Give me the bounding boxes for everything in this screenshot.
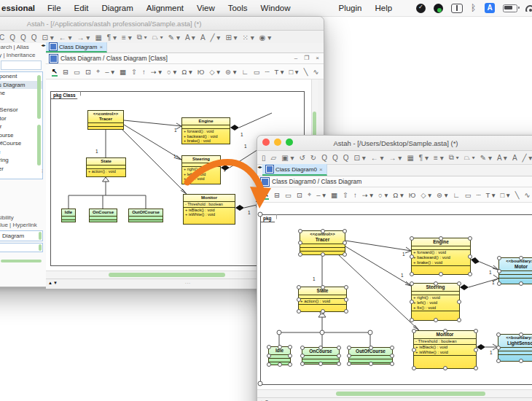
subsystem-tool-icon[interactable]: ⊡	[85, 68, 91, 76]
selection-handle[interactable]	[267, 362, 271, 367]
map-view-icon[interactable]: ▦	[407, 154, 413, 162]
selection-handle[interactable]	[318, 362, 323, 366]
front-diagram-canvas[interactable]: pkg	[257, 203, 532, 389]
pin-tool-icon[interactable]: ⌖	[96, 67, 100, 76]
time-machine-icon[interactable]	[416, 4, 426, 13]
tree-item-oncourse[interactable]: OnCourse	[0, 131, 42, 140]
pin-tool-icon[interactable]: ⌖	[308, 190, 311, 199]
selection-handle[interactable]	[412, 329, 416, 333]
new-file-icon[interactable]: ▯	[262, 154, 266, 162]
tab-class-diagram0[interactable]: Class Diagram0 ×	[262, 164, 327, 176]
align-icon[interactable]: ≡ ▾	[434, 154, 444, 162]
class-box-monitor[interactable]: Monitor - Threshold : boolean + isBlack(…	[183, 194, 235, 225]
selection-handle[interactable]	[443, 366, 447, 370]
wifi-icon[interactable]	[525, 5, 532, 12]
generalization-tool-icon[interactable]: ⇧	[343, 191, 348, 199]
selection-handle[interactable]	[343, 229, 347, 233]
color-set-icon[interactable]: ⏢ ▾	[152, 33, 163, 42]
required-interface-tool-icon[interactable]: Ю	[197, 68, 205, 76]
zoom-reset-icon[interactable]: Q	[332, 154, 338, 162]
selection-handle[interactable]	[300, 362, 305, 366]
freehand-tool-icon[interactable]: ∿	[313, 68, 318, 76]
redo-icon[interactable]: C	[0, 34, 4, 42]
selection-handle[interactable]	[321, 252, 325, 257]
selection-handle[interactable]	[343, 252, 347, 257]
menu-alignment[interactable]: Alignment	[146, 4, 184, 12]
selection-handle[interactable]	[390, 354, 394, 358]
selection-handle[interactable]	[519, 256, 523, 260]
port-tool-icon[interactable]: ◇ ▾	[209, 68, 220, 76]
selection-handle[interactable]	[497, 281, 501, 286]
line-style-icon[interactable]: ╱ ▾	[523, 154, 532, 162]
font-color-icon[interactable]: A ▾	[497, 154, 507, 162]
menu-help[interactable]: Help	[375, 4, 392, 12]
tree-scrollbar-thumb2[interactable]	[37, 125, 41, 166]
selection-handle[interactable]	[300, 354, 305, 358]
corner-tool-icon[interactable]: ∟	[453, 191, 459, 199]
menu-window[interactable]: Window	[261, 4, 291, 12]
class-box-engine[interactable]: Engine + forward() : void+ backward() : …	[411, 238, 471, 275]
font-icon[interactable]: A	[200, 34, 206, 42]
class-box-tracer[interactable]: <<control>>Tracer	[300, 230, 345, 255]
menu-view[interactable]: View	[197, 4, 215, 12]
rect-tool-icon[interactable]: □ ▾	[289, 68, 298, 76]
required-interface-tool-icon[interactable]: Ю	[409, 191, 416, 199]
screen-record-icon[interactable]	[434, 4, 443, 13]
selection-handle[interactable]	[497, 256, 501, 260]
selection-handle[interactable]	[344, 309, 348, 314]
selection-handle[interactable]	[410, 254, 414, 259]
prop-hscroll-thumb[interactable]	[1, 260, 42, 262]
selection-handle[interactable]	[474, 366, 478, 370]
prop-scroll-thumb[interactable]	[39, 232, 42, 240]
selection-handle[interactable]	[410, 300, 414, 304]
tree-item-outofcourse[interactable]: OutOfCourse	[0, 139, 42, 148]
selection-handle[interactable]	[457, 281, 461, 286]
generalization-tool-icon[interactable]: ⇧	[131, 68, 137, 76]
selection-handle[interactable]	[457, 318, 461, 322]
class-box-state[interactable]: State + action() : void	[86, 157, 126, 177]
class-box-motor[interactable]: <<boundary>>Motor	[498, 257, 532, 284]
selection-handle[interactable]	[347, 362, 351, 366]
tree-item-state[interactable]: State	[0, 148, 42, 157]
package-tool-icon[interactable]: ▭	[285, 191, 292, 199]
zoom-button[interactable]	[286, 139, 293, 146]
prop-scroll-thumb2[interactable]	[39, 244, 42, 251]
tree-item-idle[interactable]: Idle	[0, 98, 42, 106]
format-icon[interactable]: ¶ ▾	[107, 34, 117, 42]
selection-handle[interactable]	[318, 346, 323, 350]
tree-item-motor[interactable]: Motor	[0, 122, 42, 131]
undo-icon[interactable]: ↺	[299, 154, 305, 162]
selection-handle[interactable]	[439, 272, 443, 276]
sidebar-tabs-1[interactable]: Search | Alias	[0, 43, 46, 51]
tab-class-diagram[interactable]: Class Diagram ×	[46, 42, 107, 52]
package-tool-icon[interactable]: ▭	[74, 68, 80, 76]
port-tool-icon[interactable]: ◇ ▾	[420, 191, 431, 199]
note-tool-icon[interactable]: ▭	[465, 191, 472, 199]
view-back-icon[interactable]: ← ▾	[59, 34, 72, 42]
property-field-empty[interactable]	[0, 243, 43, 252]
selection-handle[interactable]	[298, 252, 302, 257]
selection-handle[interactable]	[297, 309, 301, 314]
association-tool-icon[interactable]: ○ ▾	[167, 68, 176, 76]
dependency-tool-icon[interactable]: ⇢ ▾	[362, 191, 373, 199]
subsystem-tool-icon[interactable]: ⊡	[297, 191, 302, 199]
class-box-tracer[interactable]: <<control>>Tracer	[87, 110, 124, 130]
battery-icon[interactable]	[503, 4, 517, 12]
format-icon[interactable]: ¶ ▾	[419, 154, 429, 162]
selection-handle[interactable]	[434, 281, 438, 286]
menu-diagram[interactable]: Diagram	[101, 4, 133, 12]
class-box-lightsensor[interactable]: <<boundary>>LightSensor	[498, 334, 532, 362]
window-manager-icon[interactable]	[451, 4, 463, 13]
snap-icon[interactable]: ⁙ ▾	[243, 34, 254, 42]
menu-plugin[interactable]: Plugin	[338, 4, 361, 12]
zoom-out-icon[interactable]: Q	[31, 34, 37, 42]
save-icon[interactable]: ▣ ▾	[281, 154, 294, 162]
text-tool-icon[interactable]: T ▾	[274, 68, 283, 76]
back-hscroll-thumb[interactable]	[109, 273, 225, 277]
class-box-state[interactable]: State + action() : void	[298, 287, 347, 312]
sidebar-resize-grip[interactable]: ⁞	[42, 168, 43, 174]
mdi-close-button[interactable]: ×	[316, 55, 319, 61]
class-tool-icon[interactable]: ⊟	[274, 191, 280, 199]
mdi-minimize-button[interactable]: –	[294, 55, 297, 61]
selection-handle[interactable]	[343, 241, 347, 245]
